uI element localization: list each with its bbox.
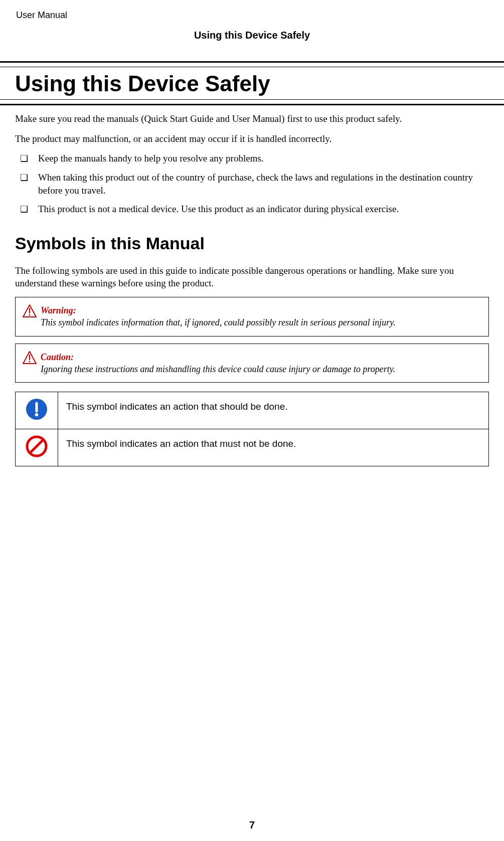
caution-text: Ignoring these instructions and mishandl… [41, 364, 395, 374]
svg-point-8 [35, 413, 38, 416]
mandatory-action-icon-cell [16, 392, 58, 429]
caution-triangle-icon [23, 351, 37, 364]
table-row: This symbol indicates an action that mus… [16, 429, 489, 466]
warning-label: Warning: [41, 304, 396, 316]
title-rule-bottom [0, 99, 504, 105]
warning-text: This symbol indicates information that, … [41, 317, 396, 327]
document-label: User Manual [16, 10, 489, 21]
symbol-table: This symbol indicates an action that sho… [15, 392, 489, 466]
svg-point-5 [29, 361, 31, 362]
caution-callout: Caution: Ignoring these instructions and… [15, 344, 489, 383]
running-head: Using this Device Safely [15, 30, 489, 41]
mandatory-action-icon [26, 398, 48, 420]
title-rule-top [0, 61, 504, 67]
table-cell-text: This symbol indicates an action that sho… [58, 392, 489, 429]
list-item: This product is not a medical device. Us… [20, 203, 489, 216]
prohibition-icon [26, 435, 48, 457]
intro-paragraph-2: The product may malfunction, or an accid… [15, 132, 489, 145]
section-heading-symbols: Symbols in this Manual [15, 234, 489, 253]
table-row: This symbol indicates an action that sho… [16, 392, 489, 429]
warning-callout: Warning: This symbol indicates informati… [15, 297, 489, 337]
section-intro: The following symbols are used in this g… [15, 264, 489, 290]
intro-paragraph-1: Make sure you read the manuals (Quick St… [15, 112, 489, 125]
svg-point-2 [29, 314, 31, 316]
prohibition-icon-cell [16, 429, 58, 466]
page-title: Using this Device Safely [0, 71, 504, 96]
warning-triangle-icon [23, 304, 37, 317]
table-cell-text: This symbol indicates an action that mus… [58, 429, 489, 466]
svg-line-10 [30, 440, 43, 453]
caution-label: Caution: [41, 351, 395, 363]
intro-bullet-list: Keep the manuals handy to help you resol… [20, 152, 489, 216]
list-item: Keep the manuals handy to help you resol… [20, 152, 489, 165]
list-item: When taking this product out of the coun… [20, 171, 489, 197]
page-number: 7 [0, 819, 504, 831]
